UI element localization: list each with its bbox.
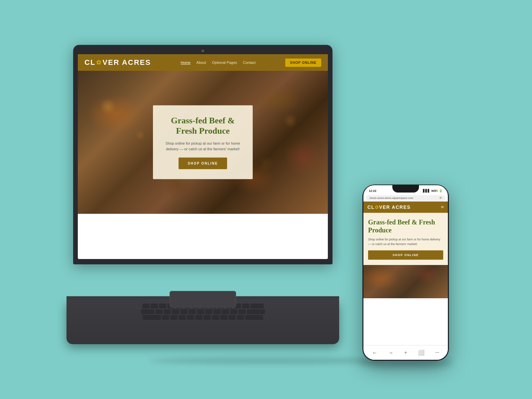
phone-time: 12:22 (369, 189, 376, 193)
phone-notch (392, 185, 419, 193)
clover-icon: ✿ (96, 59, 102, 66)
phone-menu-icon[interactable]: ··· (435, 350, 439, 356)
hero-shop-button[interactable]: SHOP ONLINE (179, 158, 227, 169)
key (213, 309, 221, 314)
key (164, 309, 171, 314)
phone-forward-icon[interactable]: → (388, 350, 393, 356)
laptop-device: CL ✿ VER ACRES Home About Optional Pages… (66, 45, 339, 364)
laptop-screen: CL ✿ VER ACRES Home About Optional Pages… (78, 54, 328, 259)
phone-website-header: CL✿VER ACRES ≡ (363, 201, 448, 213)
key (228, 315, 236, 320)
key (180, 309, 188, 314)
phone-hero-content: Grass-fed Beef & Fresh Produce Shop onli… (363, 213, 448, 265)
phone-logo-cl: CL (367, 204, 375, 210)
key (195, 315, 202, 320)
phone-clover-icon: ✿ (375, 204, 379, 210)
key (155, 309, 163, 314)
phone-site-logo: CL✿VER ACRES (367, 204, 411, 210)
phone-tabs-icon[interactable]: ⬜ (418, 349, 425, 356)
keyboard-row-3 (73, 315, 332, 320)
key (172, 309, 179, 314)
website-header: CL ✿ VER ACRES Home About Optional Pages… (78, 54, 328, 71)
key (250, 304, 264, 308)
key (189, 309, 196, 314)
key (142, 304, 150, 308)
keyboard-row-2 (73, 309, 332, 314)
key (159, 304, 166, 308)
laptop-camera (201, 50, 204, 52)
key (247, 309, 265, 314)
wifi-icon: WiFi (431, 189, 438, 193)
key (162, 315, 169, 320)
key (143, 315, 161, 320)
key (242, 304, 249, 308)
hero-content: Grass-fed Beef & Fresh Produce Shop onli… (153, 105, 253, 179)
nav-optional-pages[interactable]: Optional Pages (212, 61, 237, 65)
phone-hero-title: Grass-fed Beef & Fresh Produce (368, 218, 443, 234)
key (245, 315, 263, 320)
header-shop-button[interactable]: SHOP ONLINE (285, 59, 321, 67)
phone-add-icon[interactable]: + (404, 350, 407, 356)
phone-hamburger-icon[interactable]: ≡ (441, 204, 444, 210)
key (141, 309, 154, 314)
phone-url-bar[interactable]: clover-acres-demo.squarespace.com ⟳ (366, 195, 445, 201)
key (238, 309, 246, 314)
key (230, 309, 237, 314)
laptop-trackpad[interactable] (170, 291, 236, 308)
scene: CL ✿ VER ACRES Home About Optional Pages… (66, 25, 466, 374)
logo-text-cl: CL (84, 58, 95, 67)
hero-title: Grass-fed Beef & Fresh Produce (165, 115, 241, 136)
url-text: clover-acres-demo.squarespace.com (369, 197, 413, 200)
key (212, 315, 219, 320)
hero-section: Grass-fed Beef & Fresh Produce Shop onli… (78, 71, 328, 214)
key (187, 315, 194, 320)
signal-icon: ▋▋▋ (423, 189, 430, 193)
battery-icon: 🔋 (439, 189, 443, 193)
phone-screen: 12:22 ▋▋▋ WiFi 🔋 clover-acres-demo.squar… (363, 185, 448, 360)
phone-shop-button[interactable]: SHOP ONLINE (368, 250, 443, 260)
phone-back-icon[interactable]: ← (372, 350, 377, 356)
key (220, 315, 227, 320)
refresh-icon: ⟳ (440, 197, 442, 200)
key (170, 315, 178, 320)
site-logo: CL ✿ VER ACRES (84, 58, 151, 67)
phone-status-icons: ▋▋▋ WiFi 🔋 (423, 189, 443, 193)
phone-device: 12:22 ▋▋▋ WiFi 🔋 clover-acres-demo.squar… (362, 185, 449, 361)
key (237, 315, 244, 320)
key (197, 309, 204, 314)
phone-bottom-bar: ← → + ⬜ ··· (363, 345, 448, 360)
logo-text-ver: VER ACRES (102, 58, 151, 67)
nav-about[interactable]: About (197, 61, 206, 65)
nav-home[interactable]: Home (181, 61, 190, 65)
key (179, 315, 186, 320)
key (205, 309, 212, 314)
key (203, 315, 211, 320)
phone-logo-ver: VER ACRES (379, 204, 411, 210)
phone-hero-subtitle: Shop online for pickup at our farm or fo… (368, 237, 443, 246)
site-nav: Home About Optional Pages Contact (181, 61, 255, 65)
hero-subtitle: Shop online for pickup at our farm or fo… (165, 141, 241, 152)
phone-food-image (363, 265, 448, 298)
key (222, 309, 229, 314)
key (151, 304, 158, 308)
nav-contact[interactable]: Contact (243, 61, 256, 65)
laptop-screen-outer: CL ✿ VER ACRES Home About Optional Pages… (73, 45, 332, 264)
laptop-keyboard-area (66, 301, 339, 344)
